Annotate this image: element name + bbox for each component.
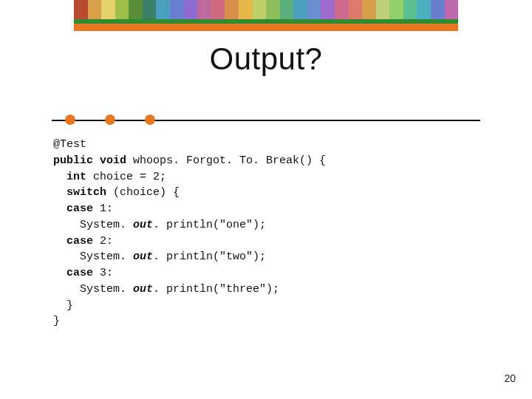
code-text: System. bbox=[53, 219, 133, 231]
mosaic-cell bbox=[74, 0, 88, 19]
code-line: } bbox=[53, 315, 60, 327]
mosaic-cell bbox=[362, 0, 376, 19]
mosaic-cell bbox=[266, 0, 280, 19]
keyword: void bbox=[100, 154, 126, 167]
mosaic-cell bbox=[403, 0, 417, 19]
code-text: 3: bbox=[93, 267, 113, 279]
mosaic-cell bbox=[88, 0, 102, 19]
code-text: choice = 2; bbox=[86, 171, 166, 183]
keyword: public bbox=[53, 154, 93, 167]
code-text: 2: bbox=[93, 235, 113, 248]
code-line: @Test bbox=[53, 138, 86, 151]
code-line: case 3: bbox=[53, 267, 113, 279]
horizontal-rule bbox=[52, 120, 480, 121]
mosaic-cell bbox=[184, 0, 198, 19]
code-text: System. bbox=[53, 250, 133, 263]
mosaic-cell bbox=[307, 0, 321, 19]
code-line: } bbox=[53, 299, 73, 312]
mosaic-cell bbox=[349, 0, 363, 19]
bullet-dot-icon bbox=[145, 115, 155, 125]
code-line: public void whoops. Forgot. To. Break() … bbox=[53, 154, 326, 167]
code-text: whoops. Forgot. To. Break() { bbox=[126, 154, 326, 167]
static-field: out bbox=[133, 250, 153, 263]
code-text: (choice) { bbox=[106, 186, 180, 199]
orange-accent-bar bbox=[74, 24, 458, 31]
keyword: int bbox=[66, 171, 86, 183]
mosaic-cell bbox=[143, 0, 157, 19]
slide-title: Output? bbox=[0, 41, 532, 77]
mosaic-cell bbox=[129, 0, 143, 19]
mosaic-row bbox=[74, 0, 458, 19]
bullet-rule bbox=[52, 115, 480, 125]
mosaic-cell bbox=[445, 0, 458, 19]
mosaic-cell bbox=[239, 0, 253, 19]
keyword: case bbox=[66, 267, 93, 279]
mosaic-cell bbox=[253, 0, 267, 19]
mosaic-cell bbox=[431, 0, 445, 19]
code-line: switch (choice) { bbox=[53, 186, 180, 199]
code-line: int choice = 2; bbox=[53, 171, 166, 183]
code-block: @Test public void whoops. Forgot. To. Br… bbox=[53, 137, 326, 330]
code-line: System. out. println("three"); bbox=[53, 283, 279, 296]
code-text: 1: bbox=[93, 202, 113, 215]
mosaic-cell bbox=[115, 0, 129, 19]
bullet-dot-icon bbox=[65, 115, 75, 125]
code-line: System. out. println("one"); bbox=[53, 219, 266, 231]
code-line: case 2: bbox=[53, 235, 113, 248]
code-line: System. out. println("two"); bbox=[53, 250, 266, 263]
mosaic-cell bbox=[280, 0, 294, 19]
mosaic-cell bbox=[293, 0, 307, 19]
mosaic-cell bbox=[197, 0, 211, 19]
keyword: case bbox=[66, 202, 93, 215]
mosaic-cell bbox=[211, 0, 225, 19]
code-text: . println("three"); bbox=[153, 283, 279, 296]
mosaic-cell bbox=[389, 0, 403, 19]
static-field: out bbox=[133, 283, 153, 296]
mosaic-cell bbox=[225, 0, 239, 19]
decorative-mosaic-band bbox=[74, 0, 458, 19]
code-text: . println("one"); bbox=[153, 219, 266, 231]
code-text: . println("two"); bbox=[153, 250, 266, 263]
page-number: 20 bbox=[504, 372, 516, 384]
bullet-dot-icon bbox=[105, 115, 115, 125]
mosaic-cell bbox=[376, 0, 390, 19]
mosaic-cell bbox=[101, 0, 115, 19]
keyword: case bbox=[66, 235, 93, 248]
static-field: out bbox=[133, 219, 153, 231]
mosaic-cell bbox=[156, 0, 170, 19]
code-text: System. bbox=[53, 283, 133, 296]
mosaic-cell bbox=[335, 0, 349, 19]
mosaic-cell bbox=[417, 0, 431, 19]
code-line: case 1: bbox=[53, 202, 113, 215]
mosaic-cell bbox=[321, 0, 335, 19]
keyword: switch bbox=[66, 186, 106, 199]
mosaic-cell bbox=[170, 0, 184, 19]
